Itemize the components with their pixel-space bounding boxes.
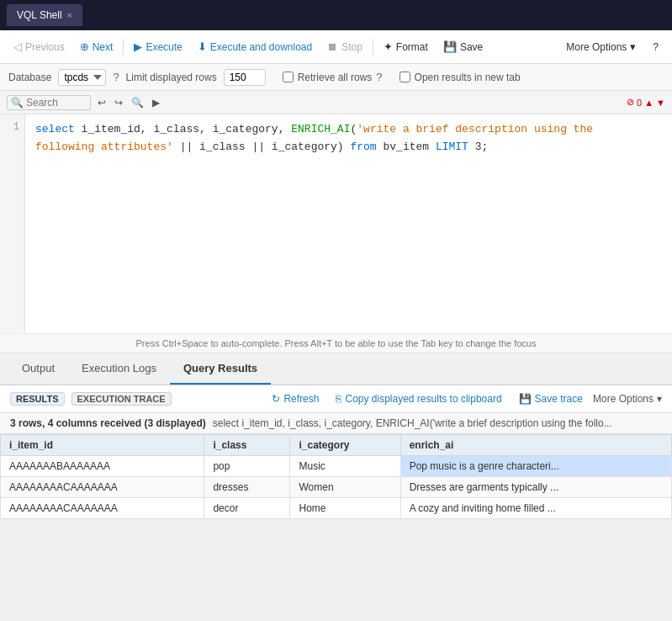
next-button[interactable]: ⊕ Next [73,37,120,56]
tab-close-button[interactable]: × [67,10,72,20]
undo-button[interactable]: ↩ [96,95,108,110]
error-badge: ⊘ 0 ▲ ▼ [627,97,665,108]
search-label: Search [26,97,58,109]
tab-label: VQL Shell [17,9,62,21]
table-row: AAAAAAAACAAAAAAA decor Home A cozy and i… [1,498,672,519]
results-panel-tabs: Output Execution Logs Query Results [0,353,672,385]
table-row: AAAAAAABAAAAAAA pop Music Pop music is a… [1,456,672,477]
retrieve-all-group: Retrieve all rows ? [283,71,383,83]
toolbar-more-group: More Options ▾ ? [559,37,665,56]
error-count: 0 [637,98,642,108]
line-number-1: 1 [5,121,19,133]
run-selection-button[interactable]: ▶ [151,95,161,110]
database-bar: Database tpcds ? Limit displayed rows Re… [0,64,672,91]
db-help-icon[interactable]: ? [113,71,119,83]
download-icon: ⬇ [198,40,207,53]
line-numbers: 1 [0,114,25,333]
cell-enrich-ai-2: A cozy and inviting home filled ... [400,498,671,519]
execution-trace-badge[interactable]: EXECUTION TRACE [71,392,172,406]
col-header-enrich-ai[interactable]: enrich_ai [400,435,671,456]
col-header-i-item-id[interactable]: i_item_id [1,435,204,456]
retrieve-all-label: Retrieve all rows [298,72,373,83]
more-options-button[interactable]: More Options ▾ [559,37,643,56]
open-new-tab-group: Open results in new tab [399,72,521,83]
cell-category-2: Home [290,498,400,519]
limit-label: Limit displayed rows [126,72,217,83]
row-count: 3 rows, 4 columns received (3 displayed) [10,417,206,429]
tab-execution-logs[interactable]: Execution Logs [68,353,170,385]
cell-class-0: pop [204,456,290,477]
stop-icon: ⏹ [327,40,338,53]
cell-category-1: Women [290,477,400,498]
tab-output[interactable]: Output [8,353,68,385]
col-header-i-category[interactable]: i_category [290,435,400,456]
refresh-button[interactable]: ↻ Refresh [265,390,325,407]
redo-button[interactable]: ↪ [113,95,124,110]
format-button[interactable]: ✦ Format [377,37,435,56]
results-badge: RESULTS [10,392,65,406]
cell-category-0: Music [290,456,400,477]
editor-hint: Press Ctrl+Space to auto-complete. Press… [0,333,672,353]
refresh-icon: ↻ [272,393,280,405]
execute-button[interactable]: ▶ Execute [127,37,188,56]
cell-enrich-ai-0: Pop music is a genre characteri... [400,456,671,477]
execute-download-button[interactable]: ⬇ Execute and download [191,37,319,56]
help-button[interactable]: ? [646,38,665,56]
results-toolbar: RESULTS EXECUTION TRACE ↻ Refresh ⎘ Copy… [0,385,672,413]
retrieve-help-icon[interactable]: ? [376,71,382,83]
chevron-up-icon: ▲ [644,98,653,108]
previous-icon: ◁ [13,40,22,53]
save-trace-icon: 💾 [519,393,532,405]
main-toolbar: ◁ Previous ⊕ Next ▶ Execute ⬇ Execute an… [0,30,672,64]
open-new-tab-checkbox[interactable] [399,72,410,82]
save-trace-button[interactable]: 💾 Save trace [512,390,590,407]
more-options-chevron-icon: ▾ [657,393,662,405]
chevron-down-icon: ▾ [630,40,636,53]
results-table: i_item_id i_class i_category enrich_ai A… [0,434,672,519]
retrieve-all-checkbox[interactable] [283,72,294,82]
save-icon: 💾 [443,40,457,53]
results-table-container: i_item_id i_class i_category enrich_ai A… [0,434,672,519]
open-new-tab-label: Open results in new tab [415,72,521,83]
separator-2 [373,39,373,56]
database-label: Database [8,72,51,83]
copy-results-button[interactable]: ⎘ Copy displayed results to clipboard [329,390,508,407]
next-icon: ⊕ [80,40,89,53]
search-toggle-button[interactable]: 🔍 [130,95,146,110]
tab-bar: VQL Shell × [0,0,672,30]
table-row: AAAAAAAACAAAAAAA dresses Women Dresses a… [1,477,672,498]
cell-class-2: decor [204,498,290,519]
code-editor[interactable]: 1 select i_item_id, i_class, i_category,… [0,114,672,333]
editor-container: 🔍 Search ↩ ↪ 🔍 ▶ ⊘ 0 ▲ ▼ 1 select i_item… [0,91,672,353]
separator-1 [123,39,124,56]
cell-item-id-1: AAAAAAAACAAAAAAA [1,477,204,498]
tab-query-results[interactable]: Query Results [170,353,271,385]
results-more-options[interactable]: More Options ▾ [593,393,662,405]
vql-shell-tab[interactable]: VQL Shell × [7,4,82,26]
cell-item-id-2: AAAAAAAACAAAAAAA [1,498,204,519]
error-circle-icon: ⊘ [627,97,634,108]
editor-toolbar: 🔍 Search ↩ ↪ 🔍 ▶ ⊘ 0 ▲ ▼ [0,91,672,114]
summary-row: 3 rows, 4 columns received (3 displayed)… [0,413,672,434]
format-icon: ✦ [384,40,393,53]
copy-icon: ⎘ [336,393,341,405]
query-preview: select i_item_id, i_class, i_category, E… [213,417,612,429]
cell-class-1: dresses [204,477,290,498]
code-area[interactable]: select i_item_id, i_class, i_category, E… [25,114,672,333]
search-icon: 🔍 [11,97,24,109]
chevron-down-icon: ▼ [656,98,665,108]
execute-icon: ▶ [134,40,142,53]
stop-button[interactable]: ⏹ Stop [320,37,369,56]
database-select[interactable]: tpcds [58,69,106,86]
cell-enrich-ai-1: Dresses are garments typically ... [400,477,671,498]
cell-item-id-0: AAAAAAABAAAAAAA [1,456,204,477]
save-button[interactable]: 💾 Save [437,37,489,56]
table-header-row: i_item_id i_class i_category enrich_ai [1,435,672,456]
search-box[interactable]: 🔍 Search [7,95,91,110]
col-header-i-class[interactable]: i_class [204,435,290,456]
limit-input[interactable] [224,69,266,86]
previous-button[interactable]: ◁ Previous [7,37,71,56]
